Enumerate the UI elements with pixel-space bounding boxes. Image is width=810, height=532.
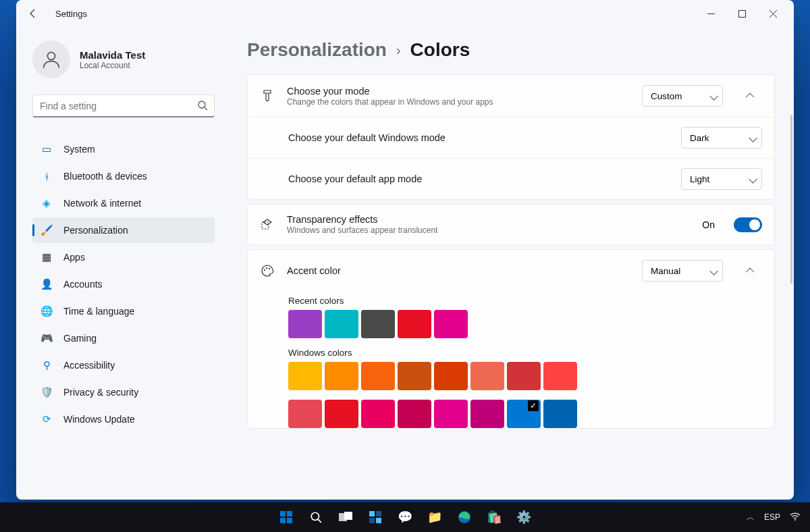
color-swatch[interactable] xyxy=(434,362,468,390)
sidebar: Malavida Test Local Account ▭System ᚼBlu… xyxy=(16,27,225,500)
color-swatch[interactable] xyxy=(543,362,577,390)
color-swatch[interactable] xyxy=(398,400,431,428)
color-swatch[interactable] xyxy=(361,400,395,428)
svg-point-22 xyxy=(794,519,796,521)
color-swatch[interactable] xyxy=(288,310,322,338)
breadcrumb-current: Colors xyxy=(410,39,470,61)
scrollbar[interactable] xyxy=(790,115,792,284)
mode-card: Choose your mode Change the colors that … xyxy=(247,74,775,200)
svg-point-6 xyxy=(264,269,265,271)
color-swatch[interactable] xyxy=(470,400,504,428)
svg-point-2 xyxy=(47,52,55,59)
task-view-icon[interactable] xyxy=(333,504,358,530)
mode-dropdown[interactable]: Custom xyxy=(642,85,723,107)
collapse-button[interactable] xyxy=(739,84,762,107)
nav-privacy[interactable]: 🛡️Privacy & security xyxy=(32,379,215,405)
maximize-button[interactable] xyxy=(726,2,757,25)
nav-bluetooth[interactable]: ᚼBluetooth & devices xyxy=(32,163,215,189)
transparency-title: Transparency effects xyxy=(287,214,690,225)
tray-wifi-icon[interactable] xyxy=(790,512,801,523)
svg-point-13 xyxy=(311,512,319,520)
user-profile[interactable]: Malavida Test Local Account xyxy=(32,41,215,78)
svg-point-8 xyxy=(269,268,270,269)
color-swatch[interactable] xyxy=(434,310,468,338)
display-icon: ▭ xyxy=(40,143,53,155)
edge-icon[interactable] xyxy=(452,504,477,530)
windows-colors-label: Windows colors xyxy=(288,348,774,358)
color-swatch[interactable] xyxy=(398,362,431,390)
app-mode-dropdown[interactable]: Light xyxy=(681,168,762,190)
svg-rect-11 xyxy=(280,518,286,523)
paintbrush-icon xyxy=(260,89,275,103)
svg-rect-9 xyxy=(280,511,286,516)
back-button[interactable] xyxy=(22,2,45,25)
breadcrumb: Personalization › Colors xyxy=(247,39,775,61)
nav-time-language[interactable]: 🌐Time & language xyxy=(32,298,215,324)
nav-system[interactable]: ▭System xyxy=(32,136,215,162)
svg-rect-20 xyxy=(376,518,381,523)
settings-window: Settings Malavida Test Local Account xyxy=(16,0,794,500)
svg-rect-16 xyxy=(344,512,352,520)
color-swatch[interactable] xyxy=(434,400,468,428)
accent-card: Accent color Manual Recent colors Window… xyxy=(247,249,775,429)
svg-rect-19 xyxy=(369,518,375,523)
windows-mode-dropdown[interactable]: Dark xyxy=(681,127,762,149)
mode-subtitle: Change the colors that appear in Windows… xyxy=(287,97,630,107)
start-button[interactable] xyxy=(273,504,299,530)
tray-chevron-icon[interactable]: ︿ xyxy=(747,512,755,523)
windows-colors-row-1 xyxy=(288,362,693,390)
bluetooth-icon: ᚼ xyxy=(40,170,53,182)
taskbar-search-icon[interactable] xyxy=(303,504,329,530)
widgets-icon[interactable] xyxy=(362,504,388,530)
shield-icon: 🛡️ xyxy=(40,386,53,398)
breadcrumb-parent[interactable]: Personalization xyxy=(247,39,387,61)
color-swatch[interactable] xyxy=(543,400,577,428)
color-swatch[interactable] xyxy=(325,400,358,428)
chevron-right-icon: › xyxy=(396,43,401,58)
color-swatch[interactable] xyxy=(325,362,358,390)
nav-gaming[interactable]: 🎮Gaming xyxy=(32,325,215,351)
chat-icon[interactable]: 💬 xyxy=(392,504,418,530)
nav-accessibility[interactable]: ⚲Accessibility xyxy=(32,352,215,378)
settings-taskbar-icon[interactable]: ⚙️ xyxy=(511,504,537,530)
svg-rect-1 xyxy=(738,10,745,17)
color-swatch[interactable] xyxy=(507,400,541,428)
windows-colors-row-2 xyxy=(288,400,693,428)
nav-personalization[interactable]: 🖌️Personalization xyxy=(32,217,215,243)
recent-colors-row xyxy=(288,310,693,338)
color-swatch[interactable] xyxy=(325,310,358,338)
color-swatch[interactable] xyxy=(361,310,395,338)
file-explorer-icon[interactable]: 📁 xyxy=(422,504,448,530)
close-button[interactable] xyxy=(757,2,788,25)
accessibility-icon: ⚲ xyxy=(40,359,53,371)
collapse-button[interactable] xyxy=(739,259,762,282)
transparency-icon xyxy=(260,218,275,232)
nav-accounts[interactable]: 👤Accounts xyxy=(32,271,215,297)
nav-windows-update[interactable]: ⟳Windows Update xyxy=(32,406,215,432)
nav-network[interactable]: ◈Network & internet xyxy=(32,190,215,216)
color-swatch[interactable] xyxy=(288,362,322,390)
store-icon[interactable]: 🛍️ xyxy=(481,504,507,530)
nav: ▭System ᚼBluetooth & devices ◈Network & … xyxy=(32,136,215,432)
update-icon: ⟳ xyxy=(40,413,53,425)
language-indicator[interactable]: ESP xyxy=(764,512,780,522)
color-swatch[interactable] xyxy=(288,400,322,428)
nav-apps[interactable]: ▦Apps xyxy=(32,244,215,270)
transparency-toggle[interactable] xyxy=(734,217,762,232)
color-swatch[interactable] xyxy=(507,362,541,390)
minimize-button[interactable] xyxy=(695,2,726,25)
accent-dropdown[interactable]: Manual xyxy=(642,260,723,282)
svg-rect-12 xyxy=(287,518,292,523)
svg-rect-10 xyxy=(287,511,292,516)
main-content: Personalization › Colors Choose your mod… xyxy=(225,27,794,500)
svg-line-4 xyxy=(205,107,207,110)
apps-icon: ▦ xyxy=(40,251,53,263)
color-swatch[interactable] xyxy=(361,362,395,390)
toggle-state-label: On xyxy=(702,219,715,230)
paintbrush-icon: 🖌️ xyxy=(40,224,53,236)
mode-title: Choose your mode xyxy=(287,86,630,97)
color-swatch[interactable] xyxy=(398,310,431,338)
svg-point-7 xyxy=(266,267,267,269)
color-swatch[interactable] xyxy=(470,362,504,390)
search-input[interactable] xyxy=(32,95,215,117)
